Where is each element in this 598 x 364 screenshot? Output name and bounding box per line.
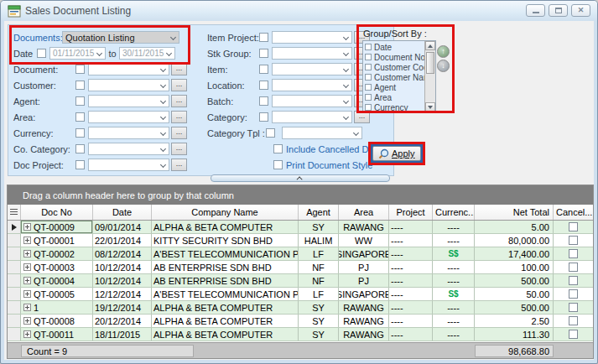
filter-checkbox[interactable] [75,112,85,122]
expand-button[interactable] [23,263,31,271]
category-tpl-combobox[interactable] [282,127,362,139]
group-sort-item-checkbox[interactable] [365,104,372,111]
browse-button[interactable]: ... [171,111,187,123]
filter-combobox[interactable] [272,31,352,44]
expand-button[interactable] [23,277,31,284]
group-sort-item-checkbox[interactable] [365,94,372,101]
cancelled-checkbox[interactable] [569,236,578,245]
group-sort-item-6[interactable]: Currency [365,102,424,112]
group-sort-item-checkbox[interactable] [365,44,372,50]
row-indicator-header[interactable] [8,205,21,220]
browse-button[interactable]: ... [354,111,370,123]
table-row[interactable]: QT-0000909/01/2014ALPHA & BETA COMPUTERS… [8,221,593,234]
group-sort-item-checkbox[interactable] [365,54,372,60]
filter-checkbox[interactable] [259,96,268,106]
collapse-panel-button[interactable] [211,174,390,182]
table-row[interactable]: QT-0000310/12/2014AB ENTERPRISE SDN BHDN… [8,261,593,274]
restore-button[interactable] [549,4,568,17]
browse-button[interactable]: ... [171,127,187,139]
column-header-comp[interactable]: Company Name [152,205,299,220]
date-from-picker[interactable]: 01/11/2015 [49,47,106,60]
group-sort-item-checkbox[interactable] [365,74,372,81]
table-row[interactable]: QT-0000820/12/2014ALPHA & BETA COMPUTERS… [8,315,593,328]
filter-checkbox[interactable] [259,33,268,42]
column-header-cancel[interactable]: Cancel... [554,205,592,220]
group-sort-item-checkbox[interactable] [365,84,372,91]
column-header-proj[interactable]: Project [389,205,433,220]
browse-button[interactable]: ... [171,63,187,75]
apply-button[interactable]: Apply [372,146,421,161]
table-row[interactable]: QT-0000512/12/2014A'BEST TELECOMMUNICATI… [8,288,593,301]
column-header-agent[interactable]: Agent [299,205,339,220]
column-header-net[interactable]: Net Total [475,205,554,220]
move-down-button[interactable]: ↓ [437,60,450,72]
close-button[interactable]: ✕ [571,4,590,17]
filter-combobox[interactable] [88,79,169,91]
category-tpl-checkbox[interactable] [266,128,275,138]
filter-checkbox[interactable] [75,160,85,169]
print-doc-style-checkbox[interactable] [273,160,283,169]
filter-checkbox[interactable] [75,65,85,74]
group-sort-item-1[interactable]: Document No [365,52,424,62]
group-sort-item-5[interactable]: Area [365,92,424,102]
table-row[interactable]: QT-0001118/11/2015ALPHA & BETA COMPUTERS… [8,328,593,341]
column-header-area[interactable]: Area [339,205,389,220]
documents-dropdown[interactable]: Quotation Listing [62,31,179,44]
expand-button[interactable] [23,290,31,298]
table-row[interactable]: QT-0000410/12/2014AB ENTERPRISE SDN BHDN… [8,274,593,288]
filter-checkbox[interactable] [75,128,85,138]
cancelled-checkbox[interactable] [569,222,578,231]
group-sort-item-4[interactable]: Agent [365,82,424,92]
group-sort-item-checkbox[interactable] [365,64,372,70]
filter-checkbox[interactable] [75,81,85,90]
filter-combobox[interactable] [88,159,169,171]
filter-checkbox[interactable] [259,49,268,58]
browse-button[interactable]: ... [171,95,187,107]
filter-combobox[interactable] [272,111,352,123]
table-row[interactable]: QT-0000208/12/2014A'BEST TELECOMMUNICATI… [8,247,593,261]
group-sort-item-3[interactable]: Customer Name [365,72,424,82]
group-sort-item-0[interactable]: Date [365,42,424,52]
filter-combobox[interactable] [88,127,169,139]
expand-button[interactable] [23,237,31,244]
date-checkbox[interactable] [37,49,46,58]
expand-button[interactable] [23,304,31,311]
expand-button[interactable] [23,330,31,338]
date-to-picker[interactable]: 30/11/2015 [119,47,175,60]
filter-combobox[interactable] [88,95,169,107]
expand-button[interactable] [23,317,31,325]
filter-combobox[interactable] [88,111,169,123]
scroll-up-button[interactable] [425,41,435,50]
expand-button[interactable] [23,223,31,231]
filter-checkbox[interactable] [75,144,85,153]
browse-button[interactable]: ... [171,79,187,91]
filter-checkbox[interactable] [259,81,268,90]
cancelled-checkbox[interactable] [569,289,578,299]
cancelled-checkbox[interactable] [569,249,578,258]
group-by-bar[interactable]: Drag a column header here to group by th… [8,185,593,205]
column-header-doc[interactable]: Doc No [21,205,93,220]
cancelled-checkbox[interactable] [569,263,578,272]
cancelled-checkbox[interactable] [569,330,578,339]
cancelled-checkbox[interactable] [569,276,578,285]
titlebar[interactable]: Sales Document Listing ✕ [1,1,597,21]
filter-combobox[interactable] [272,47,352,60]
scroll-down-button[interactable] [425,102,435,112]
filter-combobox[interactable] [272,95,352,107]
include-cancelled-checkbox[interactable] [273,144,283,153]
expand-button[interactable] [23,250,31,257]
filter-combobox[interactable] [272,63,352,75]
group-sort-item-2[interactable]: Customer Code [365,62,424,72]
filter-combobox[interactable] [88,63,169,75]
filter-checkbox[interactable] [75,96,85,106]
filter-checkbox[interactable] [259,65,268,74]
column-header-curr[interactable]: Currenc... [433,205,475,220]
cancelled-checkbox[interactable] [569,303,578,312]
filter-checkbox[interactable] [259,112,268,122]
table-row[interactable]: 119/12/2014ALPHA & BETA COMPUTERSYRAWANG… [8,301,593,315]
group-sort-listbox[interactable]: DateDocument NoCustomer CodeCustomer Nam… [362,40,436,112]
cancelled-checkbox[interactable] [569,316,578,325]
browse-button[interactable]: ... [171,143,187,155]
minimize-button[interactable] [526,4,545,17]
column-header-date[interactable]: Date [93,205,152,220]
